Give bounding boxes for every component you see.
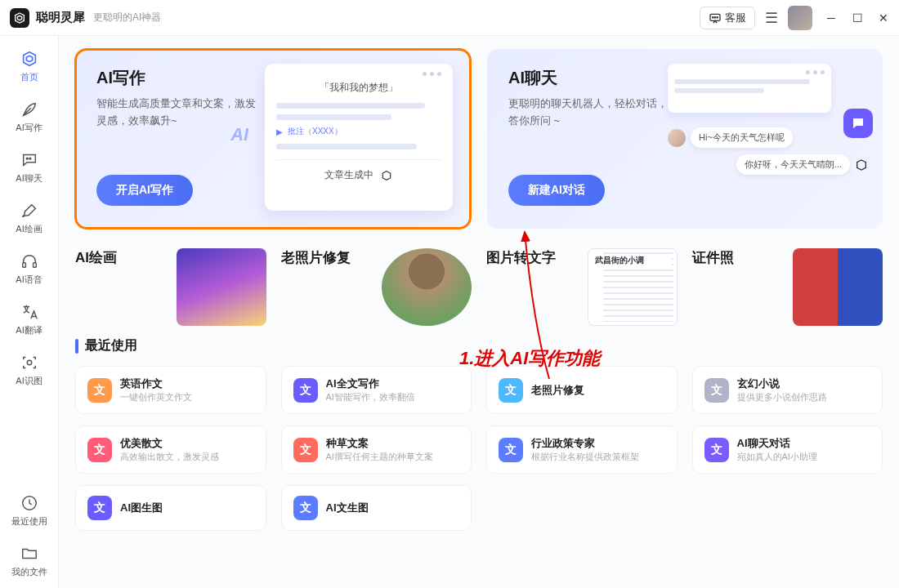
new-chat-button[interactable]: 新建AI对话: [508, 175, 605, 206]
recent-item[interactable]: 文 AI全文写作 AI智能写作，效率翻倍: [281, 366, 472, 414]
tile-title: 老照片修复: [281, 248, 351, 267]
scan-icon: [20, 353, 39, 372]
hero-card-write[interactable]: AI写作 智能生成高质量文章和文案，激发灵感，效率飙升~ 开启AI写作 AI 「…: [75, 49, 471, 229]
recent-icon: 文: [293, 378, 318, 403]
svg-rect-10: [22, 263, 25, 268]
svg-point-4: [714, 16, 715, 17]
recent-icon: 文: [499, 378, 523, 403]
chat-bubble-ai: 你好呀，今天天气晴朗...: [736, 154, 850, 175]
svg-point-9: [29, 158, 31, 159]
hero-chat-desc: 更聪明的聊天机器人，轻松对话，答你所问 ~: [508, 96, 669, 130]
home-icon: [20, 49, 39, 69]
recent-header: 最近使用: [75, 337, 883, 354]
sidebar-item-translate[interactable]: AI翻译: [5, 296, 54, 343]
chat-float-icon: [843, 109, 873, 138]
recent-title: 行业政策专家: [531, 436, 639, 451]
maximize-button[interactable]: ☐: [852, 12, 863, 24]
recent-item[interactable]: 文 优美散文 高效输出散文，激发灵感: [75, 425, 266, 474]
recent-title: AI文生图: [326, 501, 369, 515]
sidebar-item-label: 最近使用: [11, 515, 47, 528]
chat-bubble-icon: [709, 11, 722, 24]
support-button[interactable]: 客服: [700, 7, 755, 29]
tile-thumb-photo: [382, 248, 472, 326]
tile-title: 证件照: [692, 248, 734, 267]
sidebar-item-label: AI绘画: [16, 223, 42, 235]
recent-item[interactable]: 文 AI聊天对话 宛如真人的AI小助理: [692, 425, 883, 474]
tile-thumb-art: [177, 248, 266, 326]
hero-chat-title: AI聊天: [508, 67, 669, 89]
recent-sub: AI撰写任何主题的种草文案: [326, 451, 433, 463]
recent-sub: 高效输出散文，激发灵感: [120, 451, 219, 463]
tile-id-photo[interactable]: 证件照: [692, 248, 883, 326]
sidebar-item-home[interactable]: 首页: [5, 42, 54, 90]
close-button[interactable]: ✕: [878, 12, 889, 24]
recent-icon: 文: [87, 496, 112, 520]
sidebar-item-label: AI翻译: [16, 324, 42, 336]
sidebar-item-recent[interactable]: 最近使用: [5, 487, 54, 534]
translate-icon: [20, 302, 39, 322]
avatar[interactable]: [788, 6, 812, 30]
tile-img-to-text[interactable]: 图片转文字 武昌街的小调: [486, 248, 678, 326]
chat-icon: [20, 150, 39, 170]
sidebar: 首页 AI写作 AI聊天 AI绘画 AI语音 AI翻译 AI识图 最: [0, 36, 59, 588]
sidebar-item-vision[interactable]: AI识图: [5, 346, 54, 394]
menu-icon[interactable]: ☰: [765, 9, 778, 27]
recent-icon: 文: [499, 438, 523, 462]
titlebar: 聪明灵犀 更聪明的AI神器 客服 ☰ ─ ☐ ✕: [0, 0, 899, 36]
recent-icon: 文: [87, 378, 112, 403]
recent-item[interactable]: 文 英语作文 一键创作英文作文: [75, 366, 266, 414]
tile-thumb-doc: 武昌街的小调: [588, 248, 678, 326]
tile-photo-restore[interactable]: 老照片修复: [281, 248, 472, 326]
recent-sub: 宛如真人的AI小助理: [737, 451, 817, 463]
svg-marker-15: [857, 160, 866, 170]
hex-logo-icon: [855, 158, 868, 172]
hero-write-title: AI写作: [96, 67, 257, 89]
recent-item[interactable]: 文 玄幻小说 提供更多小说创作思路: [692, 366, 883, 414]
sidebar-item-write[interactable]: AI写作: [5, 93, 54, 140]
recent-grid: 文 英语作文 一键创作英文作文文 AI全文写作 AI智能写作，效率翻倍文 老照片…: [75, 366, 883, 531]
chat-bubble-user: Hi~今天的天气怎样呢: [691, 127, 793, 148]
sidebar-item-label: AI语音: [16, 274, 42, 286]
recent-icon: 文: [704, 438, 729, 462]
sidebar-item-label: 首页: [20, 71, 38, 83]
folder-icon: [20, 544, 39, 564]
doc-title: 武昌街的小调: [593, 254, 672, 267]
recent-item[interactable]: 文 行业政策专家 根据行业名称提供政策框架: [486, 425, 678, 474]
support-label: 客服: [725, 11, 746, 25]
sidebar-item-paint[interactable]: AI绘画: [5, 194, 54, 242]
tile-thumb-idphoto: [793, 248, 883, 326]
recent-item[interactable]: 文 老照片修复: [486, 366, 678, 414]
sidebar-item-voice[interactable]: AI语音: [5, 245, 54, 292]
svg-point-3: [713, 16, 713, 17]
recent-item[interactable]: 文 AI图生图: [75, 485, 266, 531]
minimize-button[interactable]: ─: [825, 12, 837, 24]
hero-card-chat[interactable]: AI聊天 更聪明的聊天机器人，轻松对话，答你所问 ~ 新建AI对话: [487, 49, 883, 229]
tile-ai-paint[interactable]: AI绘画: [75, 248, 266, 326]
start-write-button[interactable]: 开启AI写作: [96, 175, 193, 206]
recent-title: AI聊天对话: [737, 436, 817, 451]
recent-sub: 提供更多小说创作思路: [737, 391, 827, 403]
recent-item[interactable]: 文 AI文生图: [281, 485, 472, 531]
headphone-icon: [20, 252, 39, 271]
sidebar-item-label: AI写作: [16, 122, 42, 134]
svg-marker-14: [382, 171, 390, 180]
svg-point-8: [26, 158, 28, 159]
svg-marker-6: [23, 52, 35, 66]
svg-marker-1: [17, 16, 21, 20]
recent-title: 老照片修复: [531, 383, 584, 398]
recent-title: 玄幻小说: [737, 376, 827, 391]
clock-icon: [20, 493, 39, 513]
hex-logo-icon: [380, 169, 393, 182]
recent-item[interactable]: 文 种草文案 AI撰写任何主题的种草文案: [281, 425, 472, 474]
recent-icon: 文: [704, 378, 729, 403]
svg-point-5: [717, 16, 718, 17]
ai-badge-icon: AI: [230, 124, 248, 145]
recent-title: AI全文写作: [326, 376, 415, 391]
sidebar-item-files[interactable]: 我的文件: [5, 537, 54, 585]
recent-icon: 文: [87, 438, 112, 462]
sidebar-item-chat[interactable]: AI聊天: [5, 144, 54, 191]
recent-sub: 一键创作英文作文: [120, 391, 192, 403]
recent-icon: 文: [293, 496, 318, 520]
feather-icon: [20, 100, 39, 119]
svg-marker-7: [26, 56, 32, 61]
